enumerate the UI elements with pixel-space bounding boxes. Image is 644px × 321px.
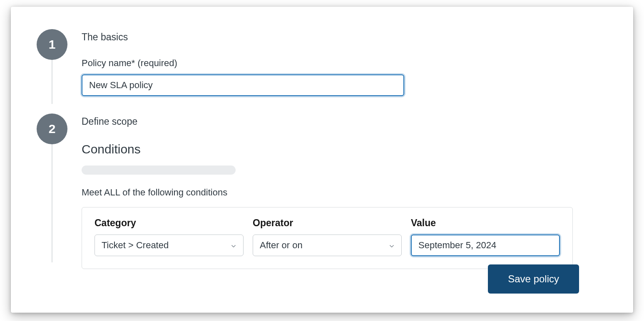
value-label: Value — [411, 217, 560, 229]
step-number-badge: 1 — [37, 29, 67, 60]
category-select[interactable]: Ticket > Created — [94, 235, 244, 256]
save-policy-button[interactable]: Save policy — [488, 264, 579, 294]
step-scope-body: Define scope Conditions Meet ALL of the … — [82, 114, 607, 269]
step-define-scope: 2 Define scope Conditions Meet ALL of th… — [37, 114, 607, 269]
step-basics: 1 The basics Policy name* (required) — [37, 29, 607, 114]
chevron-down-icon — [230, 242, 237, 249]
step-marker-column: 2 — [37, 114, 67, 262]
policy-name-input[interactable] — [82, 74, 404, 96]
step-connector-line — [52, 60, 52, 104]
chevron-down-icon — [388, 242, 395, 249]
actions-row: Save policy — [488, 264, 579, 294]
step-scope-title: Define scope — [82, 116, 607, 127]
operator-select-value: After or on — [260, 240, 303, 251]
steps-container: 1 The basics Policy name* (required) 2 D… — [37, 29, 607, 269]
step-basics-body: The basics Policy name* (required) — [82, 29, 607, 114]
condition-value-column: Value — [411, 217, 560, 256]
operator-label: Operator — [253, 217, 402, 229]
policy-name-label: Policy name* (required) — [82, 58, 607, 69]
value-input[interactable] — [411, 235, 560, 256]
policy-form-card: 1 The basics Policy name* (required) 2 D… — [11, 7, 633, 313]
condition-category-column: Category Ticket > Created — [94, 217, 244, 256]
step-marker-column: 1 — [37, 29, 67, 104]
step-basics-title: The basics — [82, 32, 607, 43]
operator-select[interactable]: After or on — [253, 235, 402, 256]
conditions-heading: Conditions — [82, 142, 607, 156]
conditions-box: Category Ticket > Created Operator After… — [82, 207, 573, 269]
category-label: Category — [94, 217, 244, 229]
category-select-value: Ticket > Created — [102, 240, 169, 251]
placeholder-bar — [82, 165, 236, 175]
conditions-subtitle: Meet ALL of the following conditions — [82, 187, 607, 198]
condition-operator-column: Operator After or on — [253, 217, 402, 256]
step-number-badge: 2 — [37, 114, 67, 144]
step-connector-line — [52, 144, 52, 262]
